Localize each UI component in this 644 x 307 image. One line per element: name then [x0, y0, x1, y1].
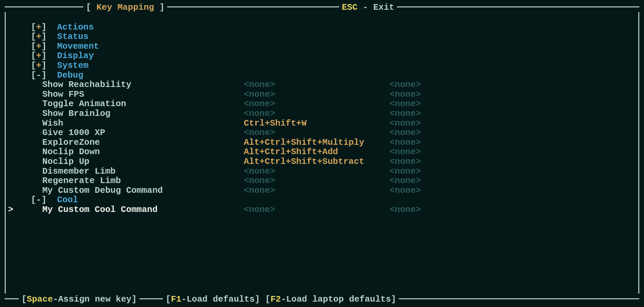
binding-label[interactable]: Give 1000 XP — [42, 128, 244, 138]
secondary-binding[interactable]: <none> — [385, 157, 452, 167]
f1-action-label: -Load defaults — [181, 295, 255, 304]
open-bracket-icon: [ — [166, 295, 171, 304]
collapse-icon[interactable]: - — [36, 195, 42, 205]
close-bracket-icon: ] — [159, 3, 165, 12]
binding-label[interactable]: My Custom Cool Command — [42, 205, 244, 215]
primary-binding[interactable]: Alt+Ctrl+Shift+Multiply — [244, 138, 385, 147]
binding-row[interactable]: >My Custom Cool Command<none><none> — [19, 205, 639, 215]
primary-binding[interactable]: <none> — [244, 128, 385, 138]
esc-dash: - — [358, 3, 373, 12]
binding-row[interactable]: My Custom Debug Command<none><none> — [19, 186, 639, 195]
open-bracket-icon: [ — [31, 195, 36, 205]
key-mapping-list[interactable]: [+] Actions[+] Status[+] Movement[+] Dis… — [5, 12, 639, 215]
window-border-left — [5, 12, 6, 294]
primary-binding[interactable]: <none> — [244, 109, 385, 119]
primary-binding[interactable]: <none> — [244, 176, 385, 186]
close-bracket-icon: ] — [41, 42, 47, 51]
secondary-binding[interactable]: <none> — [385, 138, 452, 147]
secondary-binding[interactable]: <none> — [385, 128, 452, 138]
binding-label[interactable]: Noclip Down — [42, 147, 244, 157]
primary-binding[interactable]: <none> — [244, 205, 385, 215]
cursor-icon: > — [5, 205, 16, 215]
open-bracket-icon: [ — [21, 295, 27, 304]
category-row[interactable]: [+] System — [19, 61, 639, 71]
binding-row[interactable]: Show Brainlog<none><none> — [19, 109, 639, 119]
close-bracket-icon: ] — [41, 195, 47, 205]
binding-row[interactable]: WishCtrl+Shift+W<none> — [19, 119, 639, 128]
category-label[interactable]: Movement — [57, 42, 99, 51]
binding-row[interactable]: Noclip DownAlt+Ctrl+Shift+Add<none> — [19, 147, 639, 157]
category-row[interactable]: [-] Debug — [19, 71, 639, 80]
close-bracket-icon: ] — [41, 71, 47, 80]
expand-icon[interactable]: + — [36, 42, 42, 51]
binding-label[interactable]: Show FPS — [42, 90, 244, 99]
category-row[interactable]: [+] Status — [19, 32, 639, 42]
secondary-binding[interactable]: <none> — [385, 147, 452, 157]
binding-row[interactable]: Dismember Limb<none><none> — [19, 167, 639, 176]
esc-key-label[interactable]: ESC — [342, 3, 358, 12]
category-label[interactable]: Debug — [57, 71, 83, 80]
category-label[interactable]: Cool — [57, 195, 78, 205]
primary-binding[interactable]: Alt+Ctrl+Shift+Add — [244, 147, 385, 157]
primary-binding[interactable]: Alt+Ctrl+Shift+Subtract — [244, 157, 385, 167]
open-bracket-icon: [ — [31, 42, 36, 51]
binding-label[interactable]: My Custom Debug Command — [42, 186, 244, 195]
binding-row[interactable]: Show FPS<none><none> — [19, 90, 639, 99]
category-label[interactable]: System — [57, 61, 89, 71]
secondary-binding[interactable]: <none> — [385, 186, 452, 195]
category-label[interactable]: Status — [57, 32, 89, 42]
primary-binding[interactable]: <none> — [244, 80, 385, 90]
primary-binding[interactable]: <none> — [244, 99, 385, 109]
close-bracket-icon: ] — [132, 295, 137, 304]
secondary-binding[interactable]: <none> — [385, 119, 452, 128]
category-row[interactable]: [-] Cool — [19, 195, 639, 205]
binding-label[interactable]: Regenerate Limb — [42, 176, 244, 186]
category-row[interactable]: [+] Actions — [19, 23, 639, 32]
f1-hotkey[interactable]: F1 — [171, 295, 181, 304]
expand-icon[interactable]: + — [36, 32, 42, 42]
secondary-binding[interactable]: <none> — [385, 176, 452, 186]
primary-binding[interactable]: <none> — [244, 90, 385, 99]
category-label[interactable]: Display — [57, 51, 94, 61]
f2-action-label: -Load laptop defaults — [281, 295, 391, 304]
close-bracket-icon: ] — [41, 23, 47, 32]
binding-row[interactable]: Show Reachability<none><none> — [19, 80, 639, 90]
binding-row[interactable]: Noclip UpAlt+Ctrl+Shift+Subtract<none> — [19, 157, 639, 167]
binding-row[interactable]: ExploreZoneAlt+Ctrl+Shift+Multiply<none> — [19, 138, 639, 147]
binding-label[interactable]: ExploreZone — [42, 138, 244, 147]
primary-binding[interactable]: <none> — [244, 167, 385, 176]
secondary-binding[interactable]: <none> — [385, 90, 452, 99]
category-row[interactable]: [+] Movement — [19, 42, 639, 51]
window-border-top: [ Key Mapping ] ESC - Exit — [5, 3, 639, 12]
open-bracket-icon: [ — [31, 51, 36, 61]
binding-row[interactable]: Give 1000 XP<none><none> — [19, 128, 639, 138]
expand-icon[interactable]: + — [36, 61, 42, 71]
secondary-binding[interactable]: <none> — [385, 99, 452, 109]
binding-label[interactable]: Show Brainlog — [42, 109, 244, 119]
binding-label[interactable]: Noclip Up — [42, 157, 244, 167]
window-border-right — [638, 12, 639, 294]
secondary-binding[interactable]: <none> — [385, 205, 452, 215]
space-action-label: -Assign new key — [53, 295, 132, 304]
secondary-binding[interactable]: <none> — [385, 109, 452, 119]
window-border-bottom: [ Space -Assign new key ] [ F1 -Load def… — [5, 295, 639, 304]
binding-label[interactable]: Wish — [42, 119, 244, 128]
collapse-icon[interactable]: - — [36, 71, 42, 80]
secondary-binding[interactable]: <none> — [385, 167, 452, 176]
open-bracket-icon: [ — [31, 61, 36, 71]
open-bracket-icon: [ — [31, 32, 36, 42]
binding-label[interactable]: Dismember Limb — [42, 167, 244, 176]
binding-label[interactable]: Show Reachability — [42, 80, 244, 90]
category-row[interactable]: [+] Display — [19, 51, 639, 61]
f2-hotkey[interactable]: F2 — [270, 295, 281, 304]
expand-icon[interactable]: + — [36, 23, 42, 32]
secondary-binding[interactable]: <none> — [385, 80, 452, 90]
primary-binding[interactable]: Ctrl+Shift+W — [244, 119, 385, 128]
category-label[interactable]: Actions — [57, 23, 94, 32]
binding-row[interactable]: Regenerate Limb<none><none> — [19, 176, 639, 186]
binding-row[interactable]: Toggle Animation<none><none> — [19, 99, 639, 109]
binding-label[interactable]: Toggle Animation — [42, 99, 244, 109]
space-hotkey[interactable]: Space — [27, 295, 53, 304]
primary-binding[interactable]: <none> — [244, 186, 385, 195]
expand-icon[interactable]: + — [36, 51, 42, 61]
